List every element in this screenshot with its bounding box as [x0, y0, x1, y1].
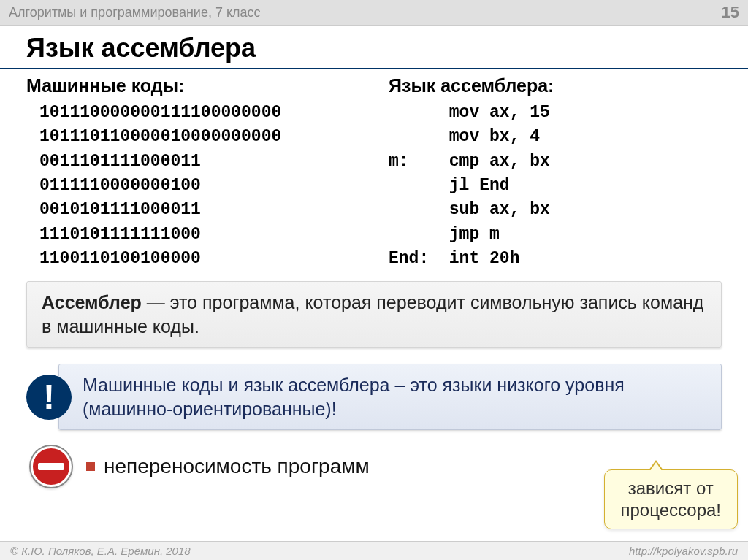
exclamation-icon: ! [26, 375, 72, 420]
page-number: 15 [722, 3, 739, 22]
assembly-listing: mov ax, 15 mov bx, 4 m: cmp ax, bx jl En… [389, 101, 736, 271]
drawback-text: непереносимость программ [104, 455, 370, 478]
definition-box: Ассемблер — это программа, которая перев… [26, 281, 722, 348]
machine-code-header: Машинные коды: [26, 75, 374, 96]
info-text: Машинные коды и язык ассемблера – это яз… [58, 364, 722, 430]
definition-text: — это программа, которая переводит симво… [42, 292, 703, 337]
no-entry-icon [31, 446, 72, 487]
assembly-column: Язык ассемблера: mov ax, 15 mov bx, 4 m:… [389, 75, 736, 271]
definition-term: Ассемблер [42, 292, 142, 312]
speech-callout: зависят от процессора! [604, 469, 739, 529]
code-comparison: Машинные коды: 101110000000111100000000 … [26, 75, 722, 271]
machine-code-column: Машинные коды: 101110000000111100000000 … [26, 75, 374, 271]
footer-bar: © К.Ю. Поляков, Е.А. Ерёмин, 2018 http:/… [0, 541, 748, 560]
machine-code-listing: 101110000000111100000000 101110110000010… [26, 101, 374, 271]
assembly-header: Язык ассемблера: [389, 75, 736, 96]
callout-line2: процессора! [621, 500, 722, 520]
footer-url: http://kpolyakov.spb.ru [629, 545, 738, 557]
header-subject: Алгоритмы и программирование, 7 класс [9, 5, 261, 20]
bullet-square-icon [86, 462, 95, 471]
info-callout: ! Машинные коды и язык ассемблера – это … [26, 364, 722, 430]
footer-copyright: © К.Ю. Поляков, Е.А. Ерёмин, 2018 [10, 545, 191, 557]
slide-title: Язык ассемблера [0, 26, 748, 69]
header-bar: Алгоритмы и программирование, 7 класс 15 [0, 0, 748, 26]
callout-line1: зависят от [628, 478, 714, 498]
